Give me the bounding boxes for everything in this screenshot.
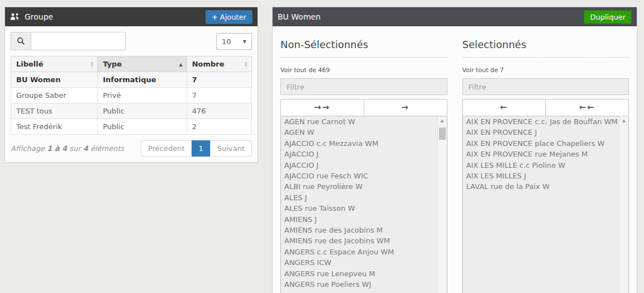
list-option[interactable]: AJACCIO c.c Mezzavia WM — [281, 138, 437, 149]
table-toolbar: 10 ▼ — [11, 32, 252, 50]
scroll-up-icon[interactable]: ▲ — [438, 116, 447, 126]
scroll-up-icon[interactable]: ▲ — [619, 116, 628, 126]
cell-nombre: 2 — [187, 119, 251, 135]
pagination-next-button[interactable]: Suivant — [210, 140, 252, 157]
caret-down-icon: ▼ — [243, 39, 246, 44]
search-group — [11, 32, 126, 50]
unselected-view-all[interactable]: Voir tout de 469 — [280, 67, 447, 74]
cell-libelle: TEST tous — [11, 103, 98, 119]
groups-table: Libellé▲▼ Type▲ Nombre▲▼ BU Women Inform… — [11, 56, 252, 135]
column-header-libelle[interactable]: Libellé▲▼ — [11, 56, 98, 72]
list-option[interactable]: ALES rue Taisson W — [281, 203, 437, 214]
table-row-bu-women[interactable]: BU Women Informatique 7 — [11, 72, 252, 88]
search-icon — [11, 32, 31, 50]
selected-view-all[interactable]: Voir tout de 7 — [462, 67, 629, 74]
group-detail-header: BU Women Dupliquer — [273, 7, 637, 26]
list-option[interactable]: AGEN rue Carnot W — [281, 116, 437, 127]
scrollbar[interactable]: ▲ — [619, 116, 628, 293]
move-all-right-button[interactable]: →→ — [280, 99, 364, 116]
cell-nombre: 7 — [187, 88, 251, 103]
list-option[interactable]: AJACCIO rue Fesch WIC — [281, 171, 437, 181]
plus-icon: + — [212, 13, 218, 21]
column-header-type[interactable]: Type▲ — [98, 56, 187, 72]
list-option[interactable]: ANGERS c.c Espace Anjou WM — [281, 247, 437, 257]
table-row-test-frederik[interactable]: Test Fredérik Public 2 — [11, 119, 252, 135]
column-header-nombre[interactable]: Nombre▲▼ — [187, 56, 251, 72]
list-option[interactable]: AGEN W — [281, 127, 437, 138]
unselected-column: Non-Sélectionnés Voir tout de 469 →→ → A… — [280, 34, 447, 293]
scrollbar-thumb[interactable] — [439, 127, 446, 140]
table-row-groupe-saber[interactable]: Groupe Saber Privé 7 — [11, 88, 252, 103]
list-option[interactable]: AIX EN PROVENCE place Chapeliers W — [463, 138, 619, 149]
selected-listbox: AIX EN PROVENCE c.c. Jas de Bouffan WMAI… — [462, 116, 629, 293]
selected-move-buttons: ← ←← — [462, 99, 629, 116]
page: Groupe +Ajouter 10 ▼ — [0, 0, 644, 293]
groups-panel-header: Groupe +Ajouter — [5, 7, 257, 26]
unselected-filter-input[interactable] — [280, 78, 447, 95]
cell-nombre: 476 — [187, 103, 251, 119]
add-button-label: Ajouter — [220, 13, 246, 21]
groups-panel: Groupe +Ajouter 10 ▼ — [4, 7, 258, 163]
cell-type: Privé — [98, 88, 187, 103]
unselected-list: AGEN rue Carnot WAGEN WAJACCIO c.c Mezza… — [281, 116, 447, 293]
group-detail-panel: BU Women Dupliquer Non-Sélectionnés Voir… — [272, 7, 637, 293]
dashed-divider — [280, 57, 447, 58]
page-size-value: 10 — [222, 37, 231, 46]
table-footer: Affichage 1 à 4 sur 4 éléments Précédent… — [11, 140, 252, 157]
move-all-left-button[interactable]: ←← — [545, 99, 629, 116]
page-size-select[interactable]: 10 ▼ — [216, 33, 252, 50]
selected-heading: Selectionnés — [462, 39, 629, 50]
cell-type: Public — [98, 119, 187, 135]
selected-filter-input[interactable] — [462, 78, 629, 95]
list-option[interactable]: AJACCIO J — [281, 149, 437, 159]
panel-title: Groupe — [25, 12, 53, 21]
group-detail-title: BU Women — [278, 12, 321, 21]
pagination: Précédent 1 Suivant — [141, 140, 252, 157]
unselected-listbox: AGEN rue Carnot WAGEN WAJACCIO c.c Mezza… — [280, 116, 447, 293]
duplicate-button[interactable]: Dupliquer — [584, 10, 632, 24]
dual-listbox: Non-Sélectionnés Voir tout de 469 →→ → A… — [273, 26, 637, 293]
groups-panel-body: 10 ▼ Libellé▲▼ Type▲ Nombre▲▼ BU Women — [5, 26, 257, 162]
move-selected-left-button[interactable]: ← — [462, 99, 546, 116]
cell-nombre: 7 — [187, 72, 251, 88]
list-option[interactable]: ANGERS ICW — [281, 257, 437, 268]
list-option[interactable]: AIX LES MILLE c.c Pioline W — [463, 160, 619, 171]
list-option[interactable]: AIX EN PROVENCE c.c. Jas de Bouffan WM — [463, 116, 619, 127]
selected-list: AIX EN PROVENCE c.c. Jas de Bouffan WMAI… — [463, 116, 629, 192]
list-option[interactable]: AIX LES MILLES J — [463, 171, 619, 181]
selected-column: Selectionnés Voir tout de 7 ← ←← AIX EN … — [462, 34, 629, 293]
pagination-previous-button[interactable]: Précédent — [141, 140, 192, 157]
list-option[interactable]: AMIENS J — [281, 214, 437, 225]
sort-both-icon: ▲▼ — [245, 61, 247, 68]
cell-type: Informatique — [98, 72, 187, 88]
cell-libelle: Groupe Saber — [11, 88, 98, 103]
table-row-test-tous[interactable]: TEST tous Public 476 — [11, 103, 252, 119]
list-option[interactable]: AMIENS rue des Jacobins M — [281, 225, 437, 235]
list-option[interactable]: ANGERS rue Lenepveu M — [281, 268, 437, 279]
cell-libelle: BU Women — [11, 72, 98, 88]
list-option[interactable]: AMIENS rue des Jacobins WM — [281, 235, 437, 246]
pagination-page-1-button[interactable]: 1 — [192, 140, 211, 157]
list-option[interactable]: ALBI rue Peyrolière W — [281, 181, 437, 192]
list-option[interactable]: ANGERS rue Poeliers WJ — [281, 279, 437, 290]
table-info: Affichage 1 à 4 sur 4 éléments — [11, 144, 124, 153]
list-option[interactable]: ALES J — [281, 192, 437, 203]
scrollbar[interactable]: ▲ — [437, 116, 447, 293]
move-selected-right-button[interactable]: → — [364, 99, 447, 116]
group-search-input[interactable] — [31, 32, 126, 50]
sort-asc-icon: ▲ — [179, 62, 182, 67]
sort-both-icon: ▲▼ — [90, 61, 93, 68]
users-group-icon — [10, 13, 20, 21]
cell-type: Public — [98, 103, 187, 119]
list-option[interactable]: LAVAL rue de la Paix W — [463, 181, 619, 192]
unselected-move-buttons: →→ → — [280, 99, 447, 116]
list-option[interactable]: AIX EN PROVENCE rue Mejanes M — [463, 149, 619, 159]
list-option[interactable]: ANGERS W — [281, 290, 437, 293]
list-option[interactable]: AIX EN PROVENCE J — [463, 127, 619, 138]
add-group-button[interactable]: +Ajouter — [206, 10, 252, 24]
list-option[interactable]: AJACCIO J — [281, 160, 437, 171]
unselected-heading: Non-Sélectionnés — [280, 39, 447, 50]
cell-libelle: Test Fredérik — [11, 119, 98, 135]
dashed-divider — [462, 57, 629, 58]
